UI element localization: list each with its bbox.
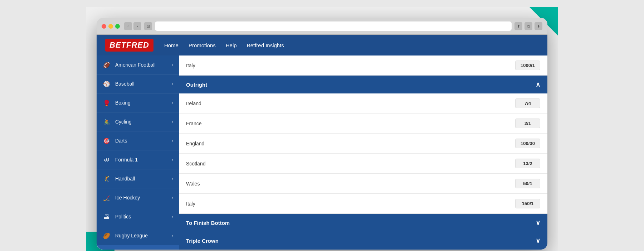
odds-button[interactable]: 150/1 (515, 199, 540, 208)
finish-bottom-section-header[interactable]: To Finish Bottom ∨ (179, 214, 547, 232)
logo[interactable]: BETFRED (105, 39, 153, 52)
nav-help[interactable]: Help (226, 42, 237, 48)
sidebar: 🏈 American Football › ⚾ Baseball › 🥊 Box… (97, 55, 179, 250)
section-title-triple-crown: Triple Crown (186, 238, 219, 244)
boxing-icon: 🥊 (102, 98, 111, 107)
traffic-lights (102, 24, 120, 29)
rugby-league-icon: 🏉 (102, 231, 111, 240)
chevron-icon: › (172, 157, 173, 162)
odds-button[interactable]: 1000/1 (515, 61, 540, 70)
back-button[interactable]: ‹ (124, 22, 132, 30)
bet-label: Ireland (186, 101, 515, 106)
odds-button[interactable]: 13/2 (515, 159, 540, 168)
sidebar-item-politics[interactable]: 🗳 Politics › (97, 207, 179, 226)
chevron-icon: › (172, 62, 173, 67)
forward-button[interactable]: › (133, 22, 141, 30)
sidebar-item-american-football[interactable]: 🏈 American Football › (97, 55, 179, 74)
chevron-down-icon: ∨ (536, 219, 540, 227)
sidebar-item-handball[interactable]: 🤾 Handball › (97, 169, 179, 188)
table-row: England 100/30 (179, 134, 547, 154)
triple-crown-section-header[interactable]: Triple Crown ∨ (179, 232, 547, 250)
nav-insights[interactable]: Betfred Insights (247, 42, 284, 48)
american-football-icon: 🏈 (102, 61, 111, 69)
bet-label: Scotland (186, 161, 515, 166)
bet-label: Italy (186, 201, 515, 207)
chevron-icon: › (172, 233, 173, 238)
sidebar-label-formula1: Formula 1 (115, 157, 172, 163)
sidebar-item-baseball[interactable]: ⚾ Baseball › (97, 74, 179, 93)
sidebar-item-formula1[interactable]: 🏎 Formula 1 › (97, 150, 179, 169)
table-row: Scotland 13/2 (179, 154, 547, 174)
browser-chrome: ‹ › ⊡ ⬆ ⧉ ⬇ (97, 18, 547, 35)
sidebar-label-ice-hockey: Ice Hockey (115, 195, 172, 201)
sidebar-item-rugby-union[interactable]: 🏉 Rugby Union › (97, 245, 179, 250)
table-row: Wales 50/1 (179, 174, 547, 194)
window-mode-button[interactable]: ⊡ (144, 22, 152, 30)
chevron-icon: › (172, 81, 173, 86)
copy-button[interactable]: ⧉ (525, 22, 532, 30)
table-row: Ireland 7/4 (179, 93, 547, 114)
baseball-icon: ⚾ (102, 79, 111, 88)
sidebar-item-cycling[interactable]: 🚴 Cycling › (97, 112, 179, 131)
bet-label: Wales (186, 181, 515, 187)
table-row: Italy 1000/1 (179, 55, 547, 76)
site-wrapper: BETFRED Home Promotions Help Betfred Ins… (97, 35, 547, 250)
sidebar-label-baseball: Baseball (115, 81, 172, 87)
odds-button[interactable]: 7/4 (515, 98, 540, 108)
bet-label: England (186, 141, 515, 146)
chevron-icon: › (172, 119, 173, 124)
chevron-down-icon: ∨ (536, 237, 540, 245)
sidebar-label-politics: Politics (115, 214, 172, 219)
formula1-icon: 🏎 (102, 155, 111, 164)
table-row: Italy 150/1 (179, 194, 547, 214)
odds-button[interactable]: 50/1 (515, 179, 540, 188)
site-header: BETFRED Home Promotions Help Betfred Ins… (97, 35, 547, 55)
sidebar-label-boxing: Boxing (115, 100, 172, 106)
content-wrapper: 🏈 American Football › ⚾ Baseball › 🥊 Box… (97, 55, 547, 250)
chevron-icon: › (172, 176, 173, 181)
chevron-up-icon: ∧ (536, 81, 540, 88)
section-title-outright: Outright (186, 82, 207, 88)
chevron-icon: › (172, 214, 173, 219)
bet-label: Italy (186, 63, 515, 68)
main-nav: Home Promotions Help Betfred Insights (164, 42, 284, 48)
download-button[interactable]: ⬇ (535, 22, 542, 30)
sidebar-item-ice-hockey[interactable]: 🏒 Ice Hockey › (97, 188, 179, 207)
chevron-icon: › (172, 100, 173, 105)
sidebar-item-boxing[interactable]: 🥊 Boxing › (97, 93, 179, 112)
share-button[interactable]: ⬆ (514, 22, 522, 30)
nav-home[interactable]: Home (164, 42, 179, 48)
chevron-icon: › (172, 195, 173, 200)
odds-button[interactable]: 100/30 (515, 139, 540, 148)
device-frame: ‹ › ⊡ ⬆ ⧉ ⬇ BETFRED Home Promot (97, 18, 547, 250)
sidebar-item-rugby-league[interactable]: 🏉 Rugby League › (97, 226, 179, 245)
bet-label: France (186, 121, 515, 126)
handball-icon: 🤾 (102, 174, 111, 183)
address-bar[interactable] (155, 21, 512, 31)
sidebar-label-american-football: American Football (115, 62, 172, 68)
section-title-finish-bottom: To Finish Bottom (186, 220, 230, 226)
nav-arrows: ‹ › (124, 22, 141, 30)
darts-icon: 🎯 (102, 136, 111, 145)
nav-promotions[interactable]: Promotions (189, 42, 216, 48)
sidebar-label-cycling: Cycling (115, 119, 172, 125)
outright-section-header[interactable]: Outright ∧ (179, 76, 547, 93)
sidebar-label-darts: Darts (115, 138, 172, 144)
politics-icon: 🗳 (102, 212, 111, 221)
ice-hockey-icon: 🏒 (102, 193, 111, 202)
sidebar-label-rugby-league: Rugby League (115, 233, 172, 238)
traffic-light-yellow[interactable] (108, 24, 113, 29)
traffic-light-green[interactable] (115, 24, 120, 29)
sidebar-label-handball: Handball (115, 176, 172, 182)
chevron-icon: › (172, 138, 173, 143)
sidebar-item-darts[interactable]: 🎯 Darts › (97, 131, 179, 150)
odds-button[interactable]: 2/1 (515, 119, 540, 128)
cycling-icon: 🚴 (102, 117, 111, 126)
table-row: France 2/1 (179, 114, 547, 134)
browser-actions: ⬆ ⧉ ⬇ (514, 22, 542, 30)
traffic-light-red[interactable] (102, 24, 106, 29)
main-content: Italy 1000/1 Outright ∧ Ireland 7/4 Fr (179, 55, 547, 250)
